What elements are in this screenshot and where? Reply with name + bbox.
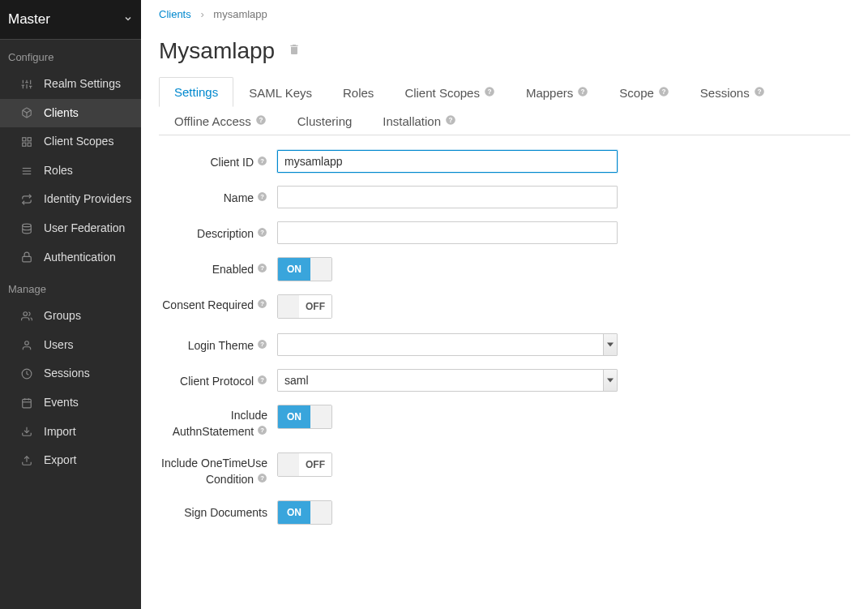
sidebar-item-import[interactable]: Import [0,418,141,447]
svg-text:?: ? [581,88,585,95]
realm-selector[interactable]: Master [0,0,141,39]
settings-form: Client ID ? Name ? Description ? [159,135,850,525]
help-icon[interactable]: ? [484,86,495,100]
form-row-sign-documents: Sign Documents ON [159,500,850,525]
include-authn-toggle[interactable]: ON [277,405,332,429]
svg-rect-10 [23,138,26,141]
svg-text:?: ? [260,193,264,200]
svg-point-19 [24,312,28,316]
help-icon[interactable]: ? [257,156,267,170]
sign-documents-toggle[interactable]: ON [277,500,332,525]
sidebar-item-label: Authentication [44,250,133,266]
label-consent-required: Consent Required ? [159,294,277,314]
login-theme-select[interactable] [277,333,618,356]
delete-button[interactable] [288,43,301,60]
form-row-name: Name ? [159,186,850,208]
database-icon [19,223,34,234]
sidebar-item-label: Groups [44,308,133,324]
help-icon[interactable]: ? [257,375,267,389]
sidebar-item-label: Users [44,337,133,354]
sidebar-item-label: Identity Providers [44,191,133,208]
svg-text:?: ? [259,117,263,124]
main-content: Clients › mysamlapp Mysamlapp Settings S… [141,0,868,609]
tab-mappers[interactable]: Mappers? [511,77,604,107]
svg-rect-13 [28,143,31,146]
tab-clustering[interactable]: Clustering [282,106,368,135]
help-icon[interactable]: ? [577,86,588,100]
sidebar-item-export[interactable]: Export [0,446,141,475]
sidebar-item-label: Client Scopes [44,134,133,150]
tab-installation[interactable]: Installation? [367,106,472,135]
realm-selector-label: Master [8,11,50,28]
help-icon[interactable]: ? [257,425,267,440]
form-row-description: Description ? [159,221,850,244]
sidebar-item-groups[interactable]: Groups [0,302,141,331]
sidebar-item-events[interactable]: Events [0,388,141,418]
label-enabled: Enabled ? [159,257,277,278]
include-onetimeuse-toggle[interactable]: OFF [277,452,332,477]
lock-icon [19,251,34,263]
consent-required-toggle[interactable]: OFF [277,294,332,319]
sidebar-item-label: Clients [44,105,133,122]
label-name: Name ? [159,186,277,207]
export-icon [19,455,34,466]
tabs: Settings SAML Keys Roles Client Scopes? … [159,77,850,135]
breadcrumb-separator: › [200,8,203,20]
label-login-theme: Login Theme ? [159,333,277,354]
svg-rect-18 [23,257,32,262]
svg-text:?: ? [260,300,264,307]
svg-rect-22 [23,399,32,408]
sidebar-item-identity-providers[interactable]: Identity Providers [0,185,141,214]
sidebar-item-label: Roles [44,163,133,179]
user-icon [19,340,34,351]
tab-client-scopes[interactable]: Client Scopes? [389,77,511,107]
help-icon[interactable]: ? [445,114,456,128]
sidebar-item-user-federation[interactable]: User Federation [0,214,141,243]
cubes-icon [19,136,34,148]
sidebar-item-clients[interactable]: Clients [0,99,141,128]
svg-rect-12 [23,143,26,146]
tab-offline-access[interactable]: Offline Access? [159,106,282,135]
label-description: Description ? [159,221,277,242]
svg-text:?: ? [260,264,264,272]
help-icon[interactable]: ? [255,114,267,128]
help-icon[interactable]: ? [257,473,267,487]
form-row-consent-required: Consent Required ? OFF [159,294,850,320]
client-id-input[interactable] [277,150,618,173]
sidebar-item-sessions[interactable]: Sessions [0,359,141,388]
svg-text:?: ? [260,229,264,236]
sidebar-item-realm-settings[interactable]: Realm Settings [0,70,141,99]
svg-text:?: ? [661,88,665,95]
help-icon[interactable]: ? [658,86,669,100]
label-client-protocol: Client Protocol ? [159,369,277,390]
tab-roles[interactable]: Roles [327,77,389,107]
help-icon[interactable]: ? [754,86,765,100]
help-icon[interactable]: ? [257,227,267,242]
help-icon[interactable]: ? [257,339,267,354]
list-icon [19,165,34,177]
tab-scope[interactable]: Scope? [604,77,685,107]
help-icon[interactable]: ? [257,263,267,277]
tab-saml-keys[interactable]: SAML Keys [233,77,327,107]
users-icon [19,311,34,322]
form-row-enabled: Enabled ? ON [159,257,850,281]
help-icon[interactable]: ? [257,298,267,313]
tab-settings[interactable]: Settings [159,77,233,107]
tab-sessions[interactable]: Sessions? [685,77,780,107]
form-row-login-theme: Login Theme ? [159,333,850,356]
label-sign-documents: Sign Documents [159,500,277,521]
sidebar-item-users[interactable]: Users [0,331,141,360]
sliders-icon [19,79,34,90]
svg-text:?: ? [260,341,264,348]
sidebar-item-client-scopes[interactable]: Client Scopes [0,127,141,157]
sidebar-item-authentication[interactable]: Authentication [0,243,141,272]
description-input[interactable] [277,221,618,244]
breadcrumb-current: mysamlapp [213,8,267,20]
sidebar-item-roles[interactable]: Roles [0,157,141,186]
client-protocol-select[interactable]: saml [277,369,618,392]
name-input[interactable] [277,186,618,208]
enabled-toggle[interactable]: ON [277,257,332,281]
help-icon[interactable]: ? [257,191,267,206]
breadcrumb-parent[interactable]: Clients [159,8,191,20]
form-row-include-authn: Include AuthnStatement ? ON [159,405,850,440]
